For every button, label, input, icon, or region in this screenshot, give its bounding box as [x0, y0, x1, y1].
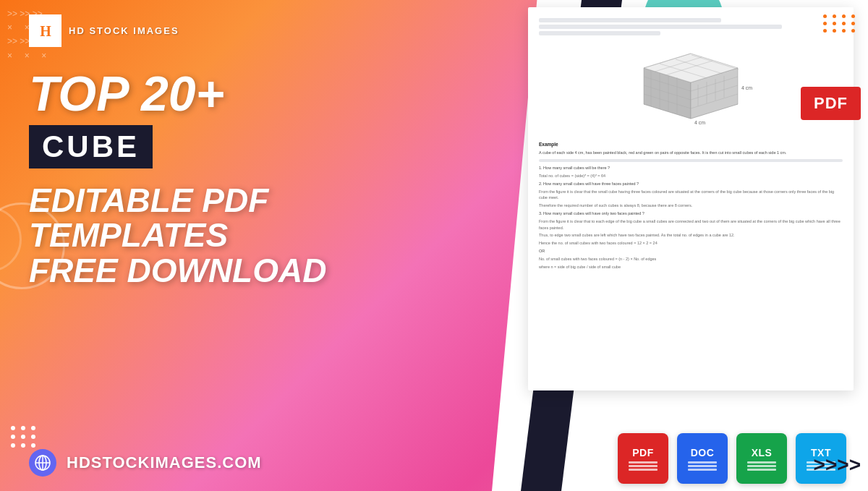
pdf-example-heading: Example — [539, 141, 843, 148]
arrows-bottom-right: >>>> — [814, 453, 861, 477]
doc-icon-label: DOC — [691, 447, 715, 458]
icon-line — [747, 465, 776, 467]
pdf-text-content: Example A cube of each side 4 cm, has be… — [539, 141, 843, 270]
logo-icon: H — [29, 14, 61, 47]
svg-text:4 cm: 4 cm — [694, 120, 705, 125]
bottom-section: HDSTOCKIMAGES.COM — [29, 449, 262, 477]
icon-line — [688, 465, 717, 467]
globe-icon — [29, 449, 56, 477]
doc-format-icon[interactable]: DOC — [677, 433, 728, 484]
pdf-divider — [539, 159, 843, 162]
dot — [842, 22, 846, 25]
format-icons-row: PDF DOC XLS TXT — [618, 433, 846, 484]
dots-top-right — [823, 14, 857, 33]
pdf-icon-lines — [629, 461, 658, 471]
svg-text:4 cm: 4 cm — [741, 85, 752, 90]
icon-line — [747, 461, 776, 464]
pdf-preview: 4 cm 4 cm Example A cube of each side 4 … — [528, 7, 854, 390]
icon-line — [629, 465, 658, 467]
dot — [842, 14, 846, 18]
dot — [833, 22, 836, 25]
dot — [842, 29, 846, 33]
cube-illustration: 4 cm 4 cm — [539, 46, 843, 133]
xls-format-icon[interactable]: XLS — [736, 433, 787, 484]
icon-line — [747, 469, 776, 471]
main-title: EDITABLE PDF TEMPLATES FREE DOWNLOAD — [29, 183, 463, 288]
doc-icon-lines — [688, 461, 717, 471]
dot — [851, 14, 855, 18]
pdf-label-badge: PDF — [801, 87, 861, 120]
dot — [833, 14, 836, 18]
icon-line — [629, 461, 658, 464]
dot — [851, 29, 855, 33]
xls-icon-label: XLS — [752, 447, 773, 458]
dot — [823, 14, 827, 18]
logo-area: H HD STOCK IMAGES — [29, 14, 463, 47]
pdf-line — [539, 18, 721, 22]
dot — [851, 22, 855, 25]
icon-line — [688, 461, 717, 464]
pdf-body-text: A cube of each side 4 cm, has been paint… — [539, 150, 843, 156]
website-url: HDSTOCKIMAGES.COM — [67, 453, 262, 472]
pdf-line — [539, 31, 660, 35]
brand-name: HD STOCK IMAGES — [69, 25, 179, 36]
pdf-format-icon[interactable]: PDF — [618, 433, 668, 484]
icon-line — [629, 469, 658, 471]
cube-badge: CUBE — [29, 125, 153, 168]
pdf-line — [539, 25, 782, 29]
dot — [823, 29, 827, 33]
top-number-label: TOP 20+ — [29, 69, 463, 118]
xls-icon-lines — [747, 461, 776, 471]
svg-text:H: H — [40, 23, 51, 39]
pdf-questions: 1. How many small cubes will be there ? … — [539, 165, 843, 270]
left-content: H HD STOCK IMAGES TOP 20+ CUBE EDITABLE … — [0, 0, 492, 491]
dot — [833, 29, 836, 33]
pdf-icon-label: PDF — [632, 447, 654, 458]
icon-line — [688, 469, 717, 471]
dot — [823, 22, 827, 25]
